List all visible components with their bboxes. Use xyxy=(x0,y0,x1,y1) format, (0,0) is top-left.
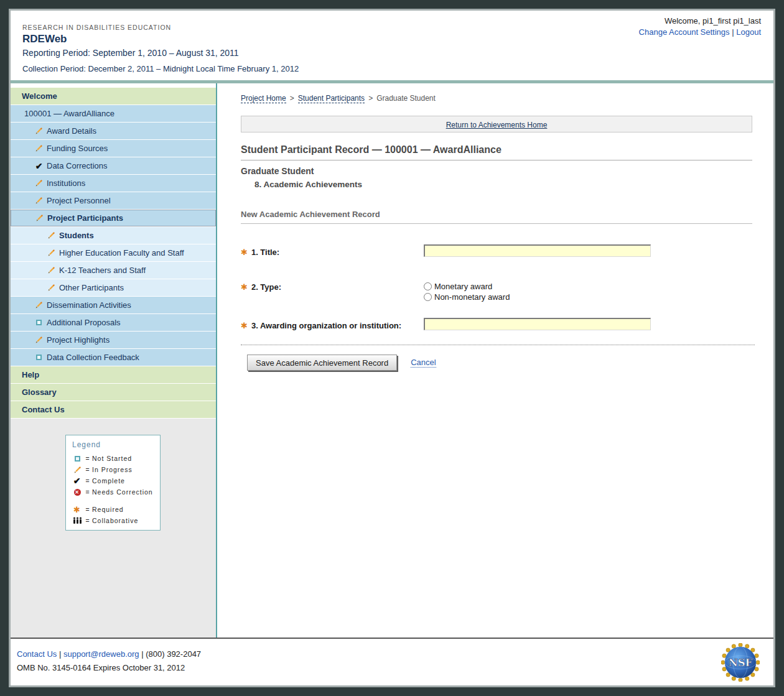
sidebar-item-project-personnel[interactable]: Project Personnel xyxy=(11,192,216,209)
title-label: ✱1. Title: xyxy=(241,248,279,257)
sidebar-item-label: Glossary xyxy=(22,387,57,397)
monetary-award-radio[interactable] xyxy=(424,282,432,290)
sidebar-item-award-details[interactable]: Award Details xyxy=(11,123,216,139)
sidebar-items: Welcome 100001 — AwardAlliance Award Det… xyxy=(11,83,216,419)
reporting-period: Reporting Period: September 1, 2010 – Au… xyxy=(22,48,299,58)
sidebar-item-dissemination[interactable]: Dissemination Activities xyxy=(11,297,216,313)
sidebar-item-label: Institutions xyxy=(47,179,85,188)
sidebar-item-label: 100001 — AwardAlliance xyxy=(24,109,114,118)
change-account-settings-link[interactable]: Change Account Settings xyxy=(639,27,730,37)
check-icon: ✔ xyxy=(34,162,44,170)
sidebar-item-project-participants[interactable]: Project Participants xyxy=(11,210,216,226)
sidebar-item-label: Other Participants xyxy=(59,283,124,292)
breadcrumb-project-home[interactable]: Project Home xyxy=(241,94,286,103)
app-window: RESEARCH IN DISABILITIES EDUCATION RDEWe… xyxy=(9,9,775,687)
sidebar-item-help[interactable]: Help xyxy=(11,366,216,383)
legend-label: Required xyxy=(92,506,124,513)
breadcrumb-student-participants[interactable]: Student Participants xyxy=(298,94,365,103)
pencil-icon xyxy=(47,249,56,257)
cancel-link[interactable]: Cancel xyxy=(411,358,436,368)
equals-sign: = xyxy=(83,477,92,485)
title-input[interactable] xyxy=(424,244,651,257)
breadcrumb-current: Graduate Student xyxy=(376,94,436,103)
form-row-awarding-org: ✱3. Awarding organization or institution… xyxy=(241,320,752,331)
sidebar-item-welcome[interactable]: Welcome xyxy=(11,88,216,104)
footer-contact-link[interactable]: Contact Us xyxy=(17,649,57,659)
sidebar-item-label: Help xyxy=(22,370,39,379)
sidebar-item-project-highlights[interactable]: Project Highlights xyxy=(11,332,216,348)
type-label: ✱2. Type: xyxy=(241,282,281,292)
sidebar-item-additional-proposals[interactable]: Additional Proposals xyxy=(11,314,216,331)
not-started-icon xyxy=(34,355,44,360)
check-icon: ✔ xyxy=(72,476,82,485)
sidebar-item-contact-us[interactable]: Contact Us xyxy=(11,401,216,418)
sidebar-item-higher-ed-faculty[interactable]: Higher Education Faculty and Staff xyxy=(11,244,216,261)
required-icon: ✱ xyxy=(241,248,248,257)
footer-email-link[interactable]: support@rdeweb.org xyxy=(63,649,139,659)
awarding-org-input[interactable] xyxy=(424,318,651,330)
non-monetary-award-radio[interactable] xyxy=(424,293,432,301)
sidebar-item-k12-teachers[interactable]: K-12 Teachers and Staff xyxy=(11,262,216,279)
equals-sign: = xyxy=(83,517,92,524)
form-heading: New Academic Achievement Record xyxy=(241,210,752,224)
required-icon: ✱ xyxy=(72,506,82,514)
nsf-logo: NSF xyxy=(721,643,760,682)
header: RESEARCH IN DISABILITIES EDUCATION RDEWe… xyxy=(11,11,773,80)
sidebar-item-label: Funding Sources xyxy=(47,144,108,153)
sidebar-item-students[interactable]: Students xyxy=(11,227,216,244)
sidebar-item-label: Contact Us xyxy=(22,405,65,414)
form-separator xyxy=(241,345,755,345)
legend-label: Collaborative xyxy=(92,517,138,524)
legend-item-in-progress: = In Progress xyxy=(72,464,160,475)
required-icon: ✱ xyxy=(241,321,248,330)
sidebar-item-label: Welcome xyxy=(22,91,57,101)
form-row-type: ✱2. Type: Monetary award Non-monetary aw… xyxy=(241,281,752,292)
radio-label: Monetary award xyxy=(434,282,492,291)
omb-notice: OMB No. 3145-0164 Expires October 31, 20… xyxy=(17,663,185,672)
sidebar-item-data-corrections[interactable]: ✔ Data Corrections xyxy=(11,157,216,174)
legend-item-needs-correction: ✕ = Needs Correction xyxy=(72,486,160,498)
form-row-title: ✱1. Title: xyxy=(241,246,752,258)
legend-label: In Progress xyxy=(92,466,133,473)
sidebar-item-label: Project Personnel xyxy=(47,196,111,205)
required-icon: ✱ xyxy=(241,282,248,292)
header-branding: RESEARCH IN DISABILITIES EDUCATION RDEWe… xyxy=(22,24,299,73)
breadcrumb: Project Home>Student Participants>Gradua… xyxy=(241,94,436,103)
sidebar-item-glossary[interactable]: Glossary xyxy=(11,384,216,401)
pencil-icon xyxy=(47,284,56,292)
legend-item-required: ✱ = Required xyxy=(72,504,160,515)
legend-label: Not Started xyxy=(92,455,132,462)
pencil-icon xyxy=(34,301,44,309)
logout-link[interactable]: Logout xyxy=(736,27,761,37)
sidebar-item-label: Additional Proposals xyxy=(47,318,121,327)
sidebar-item-data-collection-feedback[interactable]: Data Collection Feedback xyxy=(11,349,216,366)
non-monetary-award-option[interactable]: Non-monetary award xyxy=(424,292,510,302)
sidebar-item-label: Project Participants xyxy=(47,213,123,223)
pencil-icon xyxy=(34,336,44,344)
separator: | xyxy=(732,27,734,37)
sidebar-item-institutions[interactable]: Institutions xyxy=(11,175,216,192)
sidebar-item-funding-sources[interactable]: Funding Sources xyxy=(11,140,216,157)
return-to-achievements-link[interactable]: Return to Achievements Home xyxy=(446,121,548,129)
legend-item-complete: ✔ = Complete xyxy=(72,475,160,486)
needs-correction-icon: ✕ xyxy=(72,489,82,496)
pencil-icon xyxy=(34,197,44,205)
legend-title: Legend xyxy=(72,440,160,449)
pencil-icon xyxy=(34,179,44,187)
footer: Contact Us | support@rdeweb.org | (800) … xyxy=(11,639,773,685)
not-started-icon xyxy=(34,320,44,325)
pencil-icon xyxy=(35,214,44,222)
sidebar-item-other-participants[interactable]: Other Participants xyxy=(11,279,216,296)
sidebar-item-label: Dissemination Activities xyxy=(47,300,131,310)
sidebar-item-award[interactable]: 100001 — AwardAlliance xyxy=(11,105,216,122)
welcome-user: Welcome, pi1_first pi1_last xyxy=(639,16,761,26)
return-bar: Return to Achievements Home xyxy=(241,116,752,132)
save-button[interactable]: Save Academic Achievement Record xyxy=(247,355,397,371)
sidebar-item-label: Data Corrections xyxy=(47,161,108,170)
legend-box: Legend = Not Started = In Progress ✔ = xyxy=(65,435,161,531)
breadcrumb-separator: > xyxy=(290,94,294,103)
monetary-award-option[interactable]: Monetary award xyxy=(424,281,510,292)
collection-period: Collection Period: December 2, 2011 – Mi… xyxy=(22,64,299,73)
legend-label: Needs Correction xyxy=(92,488,153,496)
sidebar-item-label: Data Collection Feedback xyxy=(47,353,139,362)
